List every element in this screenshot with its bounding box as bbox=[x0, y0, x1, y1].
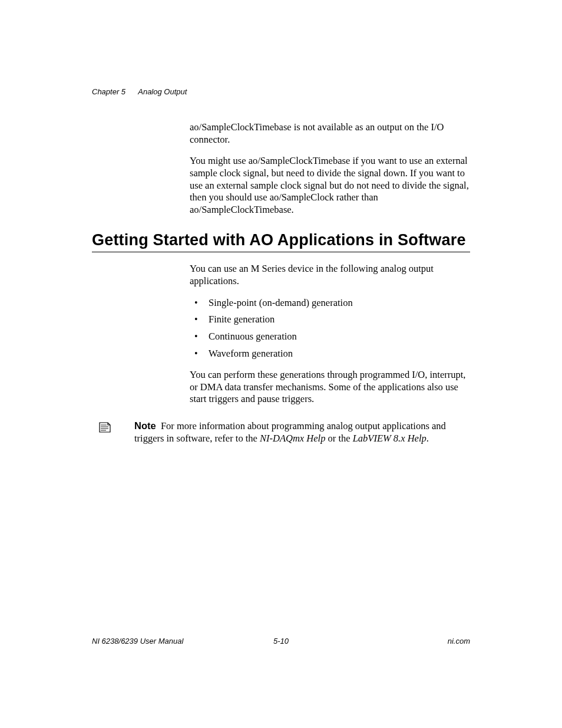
list-item: Single-point (on-demand) generation bbox=[190, 297, 470, 309]
bullet-list: Single-point (on-demand) generation Fini… bbox=[190, 297, 470, 360]
footer-right: ni.com bbox=[448, 637, 470, 645]
intro-block: ao/SampleClockTimebase is not available … bbox=[190, 121, 470, 216]
note-text: Note For more information about programm… bbox=[134, 420, 470, 445]
section-after-paragraph: You can perform these generations throug… bbox=[190, 369, 470, 406]
section-lead: You can use an M Series device in the fo… bbox=[190, 263, 470, 287]
note-icon bbox=[98, 421, 112, 433]
page: Chapter 5 Analog Output ao/SampleClockTi… bbox=[0, 0, 562, 728]
intro-paragraph-2: You might use ao/SampleClockTimebase if … bbox=[190, 155, 470, 216]
list-item: Finite generation bbox=[190, 314, 470, 326]
note-ref-1: NI-DAQmx Help bbox=[260, 433, 325, 444]
header-chapter: Chapter 5 bbox=[92, 87, 125, 96]
note-text-mid: or the bbox=[325, 433, 352, 444]
header-title: Analog Output bbox=[138, 87, 187, 96]
intro-paragraph-1: ao/SampleClockTimebase is not available … bbox=[190, 121, 470, 146]
note-ref-2: LabVIEW 8.x Help bbox=[353, 433, 427, 444]
note-label: Note bbox=[134, 420, 156, 431]
heading-rule bbox=[92, 252, 470, 252]
running-header: Chapter 5 Analog Output bbox=[92, 87, 187, 96]
list-item: Waveform generation bbox=[190, 348, 470, 360]
footer-page-number: 5-10 bbox=[92, 637, 470, 645]
list-item: Continuous generation bbox=[190, 331, 470, 343]
section-body: You can use an M Series device in the fo… bbox=[190, 263, 470, 406]
section-heading: Getting Started with AO Applications in … bbox=[92, 231, 470, 249]
note-text-tail: . bbox=[427, 433, 429, 444]
note-row: Note For more information about programm… bbox=[98, 420, 470, 445]
